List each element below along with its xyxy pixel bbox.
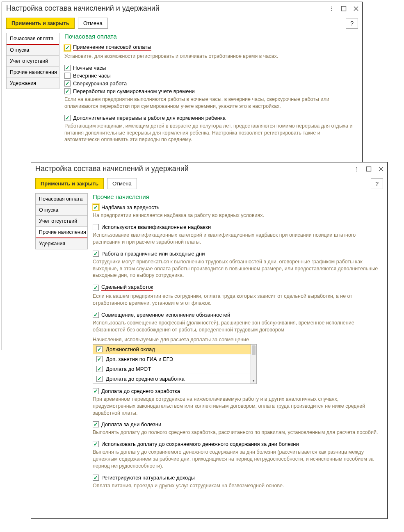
checkbox-label: Работа в праздничные или выходные дни — [101, 251, 205, 257]
checkbox-label: Применение почасовой оплаты — [73, 44, 151, 51]
checkbox-sick-pay[interactable] — [93, 421, 99, 427]
help-button[interactable]: ? — [346, 18, 358, 29]
scroll-down-icon[interactable]: ▾ — [251, 379, 256, 383]
description: Выполнять доплату до сохраняемого денежн… — [93, 449, 381, 470]
checkbox-label: Ночные часы — [73, 65, 106, 71]
maximize-icon[interactable] — [340, 5, 347, 12]
checkbox-holiday-work[interactable] — [93, 251, 99, 257]
checkbox-label: Использовать доплату до сохраняемого ден… — [101, 441, 299, 447]
checkbox-label: Вечерние часы — [73, 73, 111, 79]
apply-close-button[interactable]: Применить и закрыть — [35, 178, 104, 189]
nav-item-vacations[interactable]: Отпуска — [36, 205, 87, 216]
list-item[interactable]: Доплата до МРОТ — [93, 364, 251, 374]
list-item[interactable]: Доп. занятия по ГИА и ЕГЭ — [93, 354, 251, 364]
list-item-label: Должностной оклад — [106, 346, 155, 352]
maximize-icon[interactable] — [365, 165, 372, 173]
nav-item-hourly[interactable]: Почасовая оплата — [7, 33, 59, 45]
list-item-label: Доплата до МРОТ — [106, 366, 151, 372]
checkbox-avg-pay[interactable] — [93, 388, 99, 394]
checkbox-label: Надбавка за вредность — [101, 204, 159, 210]
checkbox-label: Сверхурочная работа — [73, 80, 127, 87]
help-button[interactable]: ? — [371, 178, 383, 189]
list-item-label: Доплата до среднего заработка — [106, 376, 185, 382]
settings-window-2: Настройка состава начислений и удержаний… — [31, 162, 388, 519]
checkbox-summarized-overtime[interactable] — [64, 88, 71, 94]
nav-item-other[interactable]: Прочие начисления — [7, 67, 59, 78]
nav-list: Почасовая оплата Отпуска Учет отсутствий… — [35, 193, 88, 249]
list-item[interactable]: Должностной оклад — [93, 345, 251, 354]
close-icon[interactable] — [377, 165, 385, 173]
list-checkbox[interactable] — [96, 366, 103, 372]
list-checkbox[interactable] — [96, 346, 103, 352]
checkbox-combination[interactable] — [93, 312, 99, 318]
description: При временном переводе сотрудников на ни… — [93, 396, 381, 417]
cancel-button[interactable]: Отмена — [107, 178, 137, 189]
list-item-label: Доп. занятия по ГИА и ЕГЭ — [106, 356, 173, 362]
checkbox-night-hours[interactable] — [64, 65, 71, 71]
checkbox-feeding-breaks[interactable] — [64, 115, 71, 121]
checkbox-label: Используются квалификационные надбавки — [101, 224, 211, 230]
nav-item-absences[interactable]: Учет отсутствий — [36, 216, 87, 227]
kebab-icon[interactable]: ⋮ — [328, 5, 335, 12]
nav-item-absences[interactable]: Учет отсутствий — [7, 56, 59, 67]
list-item[interactable]: Доплата до среднего заработка — [93, 374, 251, 384]
checkbox-qualification-bonus[interactable] — [93, 224, 99, 230]
checkbox-label: Доплата до среднего заработка — [101, 388, 180, 394]
description: Оплата питания, проезда и других услуг с… — [93, 482, 381, 489]
nav-item-hourly[interactable]: Почасовая оплата — [36, 194, 87, 205]
checkbox-label: Сдельный заработок — [101, 284, 153, 291]
checkbox-label: Совмещение, временное исполнение обязанн… — [101, 312, 230, 318]
description: Сотрудники могут привлекаться к выполнен… — [93, 258, 381, 279]
titlebar: Настройка состава начислений и удержаний… — [31, 162, 387, 176]
scrollbar-thumb[interactable] — [252, 345, 256, 355]
cancel-button[interactable]: Отмена — [78, 18, 108, 29]
description: Выполнять доплату до полного среднего за… — [93, 429, 381, 436]
nav-item-deductions[interactable]: Удержания — [36, 238, 87, 249]
nav-item-other[interactable]: Прочие начисления — [36, 227, 87, 238]
checkbox-label: Дополнительные перерывы в работе для кор… — [73, 115, 226, 121]
list-checkbox[interactable] — [96, 376, 103, 382]
scrollbar[interactable]: ▾ — [251, 344, 257, 384]
toolbar: Применить и закрыть Отмена ? — [31, 176, 387, 193]
checkbox-piecework[interactable] — [93, 285, 99, 291]
nav-list: Почасовая оплата Отпуска Учет отсутствий… — [6, 33, 59, 89]
checkbox-label: Регистрируются натуральные доходы — [101, 475, 195, 481]
content-pane: Почасовая оплата Применение почасовой оп… — [63, 33, 358, 148]
list-title: Начисления, используемые для расчета доп… — [93, 337, 381, 342]
description: На предприятии начисляется надбавка за р… — [93, 212, 381, 219]
checkbox-evening-hours[interactable] — [64, 73, 71, 79]
close-icon[interactable] — [352, 5, 360, 12]
section-title: Прочие начисления — [93, 193, 381, 200]
nav-item-vacations[interactable]: Отпуска — [7, 45, 59, 56]
description: Установите, для возможности регистрирова… — [64, 53, 356, 60]
checkbox-kept-pay[interactable] — [93, 441, 99, 447]
svg-rect-3 — [367, 167, 371, 171]
section-title: Почасовая оплата — [64, 33, 356, 40]
toolbar: Применить и закрыть Отмена ? — [2, 15, 362, 33]
checkbox-hazard-bonus[interactable] — [93, 204, 99, 210]
list-checkbox[interactable] — [96, 356, 103, 362]
accruals-listbox: Должностной оклад Доп. занятия по ГИА и … — [93, 344, 257, 384]
description: Если на вашем предприятии выполняются ра… — [64, 96, 356, 110]
checkbox-label: Переработки при суммированном учете врем… — [73, 88, 195, 94]
checkbox-natural-income[interactable] — [93, 475, 99, 481]
description: Работающим женщинам, имеющим детей в воз… — [64, 123, 356, 144]
content-pane: Прочие начисления Надбавка за вредность … — [91, 193, 383, 491]
titlebar: Настройка состава начислений и удержаний… — [2, 2, 362, 15]
checkbox-hourly-pay[interactable] — [64, 45, 71, 51]
svg-rect-0 — [342, 6, 346, 11]
checkbox-overtime[interactable] — [64, 80, 71, 87]
window-title: Настройка состава начислений и удержаний — [35, 164, 353, 173]
description: Если на вашем предприятии есть сотрудник… — [93, 293, 381, 307]
kebab-icon[interactable]: ⋮ — [353, 165, 360, 173]
nav-item-deductions[interactable]: Удержания — [7, 78, 59, 89]
description: Использование квалификационных категорий… — [93, 232, 381, 246]
description: Использовать совмещение профессий (должн… — [93, 320, 381, 333]
apply-close-button[interactable]: Применить и закрыть — [6, 18, 75, 29]
window-title: Настройка состава начислений и удержаний — [6, 4, 328, 13]
checkbox-label: Доплата за дни болезни — [101, 421, 161, 427]
